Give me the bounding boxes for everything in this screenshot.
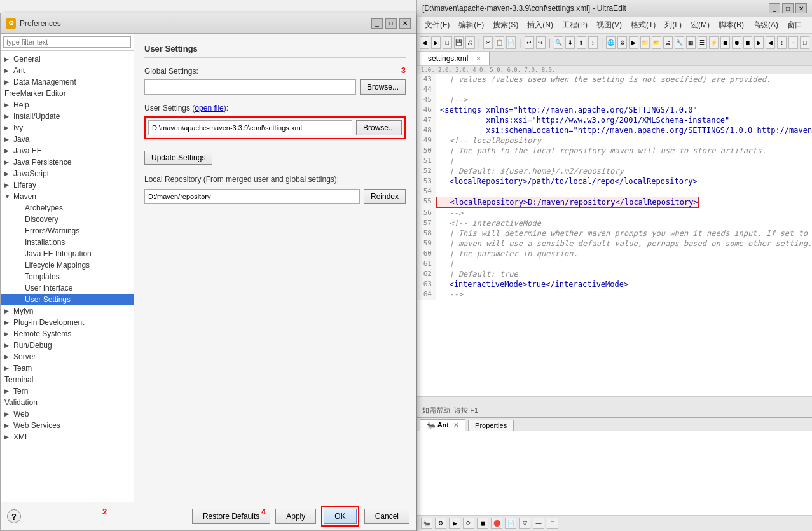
tree-item-user-interface[interactable]: User Interface <box>1 282 134 294</box>
bottom-tb-4[interactable]: ⟳ <box>463 518 474 529</box>
tb-btn-16[interactable]: ⚙ <box>617 36 627 49</box>
menu-format[interactable]: 格式(T) <box>627 18 659 32</box>
tb-btn-24[interactable]: ⚡ <box>709 36 719 49</box>
tb-btn-9[interactable]: ↩ <box>525 36 534 49</box>
tb-btn-6[interactable]: ✂ <box>483 36 493 49</box>
tree-item-terminal[interactable]: Terminal <box>1 374 134 385</box>
filter-input[interactable] <box>3 36 131 48</box>
tb-btn-25[interactable]: ◼ <box>720 36 730 49</box>
cancel-button[interactable]: Cancel <box>364 509 409 524</box>
tb-btn-11[interactable]: 🔍 <box>554 36 563 49</box>
tb-btn-32[interactable]: □ <box>800 36 809 49</box>
tb-btn-15[interactable]: 🌐 <box>606 36 616 49</box>
bottom-tab-properties[interactable]: Properties <box>468 420 514 431</box>
tree-item-web-services[interactable]: ▶Web Services <box>1 420 134 431</box>
tb-btn-23[interactable]: ☰ <box>698 36 707 49</box>
tb-btn-29[interactable]: ◀ <box>766 36 775 49</box>
close-button[interactable]: ✕ <box>399 18 411 29</box>
bottom-tab-ant[interactable]: 🐜 Ant ✕ <box>420 419 465 431</box>
tb-btn-28[interactable]: ▶ <box>754 36 764 49</box>
menu-macro[interactable]: 宏(M) <box>687 18 713 32</box>
tb-btn-5[interactable]: 🖨 <box>465 36 475 49</box>
tb-btn-12[interactable]: ⬇ <box>565 36 575 49</box>
tb-btn-31[interactable]: − <box>788 36 798 49</box>
tree-item-server[interactable]: ▶Server <box>1 351 134 362</box>
tree-item-freemarker[interactable]: FreeMarker Editor <box>1 88 134 99</box>
reindex-button[interactable]: Reindex <box>364 189 406 204</box>
open-file-link[interactable]: open file <box>195 104 223 113</box>
minimize-button[interactable]: _ <box>371 18 383 29</box>
tb-btn-19[interactable]: 📂 <box>652 36 661 49</box>
bottom-tb-2[interactable]: ⚙ <box>435 518 446 529</box>
bottom-tb-10[interactable]: □ <box>547 518 558 529</box>
bottom-tb-8[interactable]: ▽ <box>519 518 530 529</box>
tree-item-xml[interactable]: ▶XML <box>1 431 134 443</box>
tree-item-javascript[interactable]: ▶JavaScript <box>1 168 134 179</box>
apply-button[interactable]: Apply <box>275 509 316 524</box>
menu-script[interactable]: 脚本(B) <box>715 18 748 32</box>
menu-file[interactable]: 文件(F) <box>421 18 453 32</box>
tree-item-remote-systems[interactable]: ▶Remote Systems <box>1 328 134 340</box>
tree-item-java-ee[interactable]: ▶Java EE <box>1 145 134 156</box>
tree-item-ivy[interactable]: ▶Ivy <box>1 122 134 134</box>
tb-btn-18[interactable]: 📁 <box>640 36 650 49</box>
tree-item-java-ee-integration[interactable]: Java EE Integration <box>1 248 134 259</box>
ue-maximize-btn[interactable]: □ <box>782 3 794 13</box>
bottom-tb-7[interactable]: 📄 <box>505 518 516 529</box>
tb-btn-26[interactable]: ⏺ <box>732 36 741 49</box>
tb-btn-13[interactable]: ⬆ <box>577 36 586 49</box>
tb-btn-7[interactable]: 📋 <box>495 36 504 49</box>
tree-item-data-management[interactable]: ▶Data Management <box>1 76 134 88</box>
bottom-tb-9[interactable]: — <box>533 518 544 529</box>
tree-item-plugin-development[interactable]: ▶Plug-in Development <box>1 317 134 328</box>
bottom-tb-1[interactable]: 🐜 <box>421 518 432 529</box>
menu-window[interactable]: 窗口 <box>783 18 806 32</box>
update-settings-button[interactable]: Update Settings <box>144 151 212 165</box>
tab-settings-xml[interactable]: settings.xml ✕ <box>420 52 490 65</box>
menu-view[interactable]: 视图(V) <box>593 18 626 32</box>
menu-search[interactable]: 搜索(S) <box>489 18 522 32</box>
tree-item-java-persistence[interactable]: ▶Java Persistence <box>1 156 134 168</box>
tree-item-install-update[interactable]: ▶Install/Update <box>1 111 134 122</box>
tb-btn-17[interactable]: ▶ <box>629 36 638 49</box>
tree-item-lifecycle-mappings[interactable]: Lifecycle Mappings <box>1 259 134 271</box>
menu-project[interactable]: 工程(P) <box>558 18 591 32</box>
ue-scrollbar-h[interactable] <box>417 396 812 404</box>
tree-item-templates[interactable]: Templates <box>1 271 134 282</box>
menu-insert[interactable]: 插入(N) <box>523 18 557 32</box>
tree-item-user-settings[interactable]: User Settings <box>1 294 134 305</box>
tree-item-validation[interactable]: Validation <box>1 397 134 408</box>
tree-item-mylyn[interactable]: ▶Mylyn <box>1 305 134 317</box>
tb-btn-1[interactable]: ◀ <box>420 36 429 49</box>
maximize-button[interactable]: □ <box>385 18 397 29</box>
tree-item-archetypes[interactable]: Archetypes <box>1 202 134 214</box>
tree-item-tern[interactable]: ▶Tern <box>1 385 134 397</box>
tree-item-help[interactable]: ▶Help <box>1 99 134 111</box>
tree-item-run-debug[interactable]: ▶Run/Debug <box>1 340 134 351</box>
tab-close-icon[interactable]: ✕ <box>476 55 481 62</box>
tb-btn-20[interactable]: 🗂 <box>663 36 673 49</box>
tree-item-errors-warnings[interactable]: Errors/Warnings <box>1 225 134 237</box>
menu-column[interactable]: 列(L) <box>661 18 685 32</box>
user-settings-input[interactable] <box>148 120 352 135</box>
tb-btn-27[interactable]: ⏹ <box>743 36 753 49</box>
tb-btn-8[interactable]: 📄 <box>506 36 516 49</box>
bottom-tb-3[interactable]: ▶ <box>449 518 460 529</box>
bottom-tb-5[interactable]: ◼ <box>477 518 488 529</box>
ue-minimize-btn[interactable]: _ <box>769 3 780 13</box>
tree-item-general[interactable]: ▶General <box>1 53 134 65</box>
browse-user-button[interactable]: Browse... <box>356 120 402 135</box>
help-button[interactable]: ? <box>7 509 21 523</box>
tb-btn-2[interactable]: ▶ <box>431 36 441 49</box>
browse-global-button[interactable]: Browse... <box>360 79 406 95</box>
tree-item-ant[interactable]: ▶Ant <box>1 65 134 76</box>
tb-btn-30[interactable]: ↕ <box>777 36 787 49</box>
tb-btn-14[interactable]: ↕ <box>588 36 598 49</box>
restore-defaults-button[interactable]: Restore Defaults <box>192 509 270 524</box>
tree-item-discovery[interactable]: Discovery <box>1 214 134 225</box>
tb-btn-10[interactable]: ↪ <box>536 36 546 49</box>
ant-tab-close[interactable]: ✕ <box>453 422 458 429</box>
tree-item-maven[interactable]: ▼Maven <box>1 191 134 202</box>
local-repo-input[interactable] <box>144 189 360 204</box>
ue-code-area[interactable]: 43 | values (values used when the settin… <box>417 74 812 396</box>
